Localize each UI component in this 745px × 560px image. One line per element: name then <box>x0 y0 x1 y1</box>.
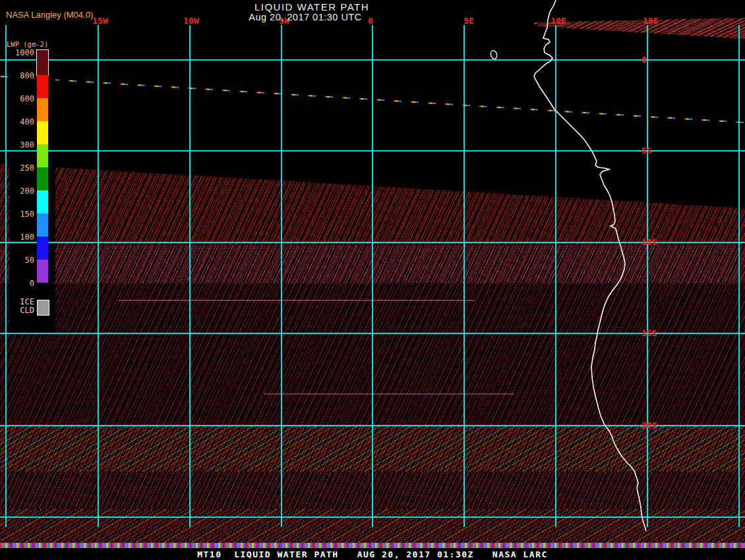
timestamp-subtitle: Aug 20, 2017 01:30 UTC <box>236 12 374 22</box>
lat-label: 10S <box>641 237 668 247</box>
legend-tick-label: 300 <box>5 140 34 150</box>
ice-cloud-label-line2: CLD <box>5 306 34 315</box>
legend-tick-label: 150 <box>5 210 34 219</box>
legend-color-segment <box>37 213 48 237</box>
legend-tick-label: 250 <box>5 163 34 173</box>
satellite-lwp-image: 15W10W5W05E10E15E 05S10S15S20S NASA Lang… <box>0 0 745 560</box>
source-label: NASA Langley (M04.0) <box>6 10 93 20</box>
legend-tick-label: 200 <box>5 186 34 196</box>
legend-tick-label: 100 <box>5 233 34 242</box>
legend-color-segment <box>37 190 48 213</box>
island-outline <box>490 49 498 59</box>
legend-tick-label: 400 <box>5 117 34 126</box>
lon-label: 15E <box>636 16 665 26</box>
africa-west-coastline <box>534 0 646 531</box>
legend-color-segment <box>37 237 48 260</box>
ice-cloud-swatch <box>37 300 49 316</box>
legend-tick-label: 0 <box>5 279 34 288</box>
legend-title: LWP (gm-2) <box>7 40 48 48</box>
caption-text: MT10 LIQUID WATER PATH AUG 20, 2017 01:3… <box>0 549 745 559</box>
legend-tick-label: 800 <box>5 71 34 80</box>
lon-label: 5E <box>454 16 483 26</box>
coastline <box>0 0 745 560</box>
lat-label: 15S <box>641 328 668 338</box>
lat-label: 0 <box>641 55 668 65</box>
legend-color-segment <box>37 260 48 283</box>
legend-color-segment <box>37 121 48 144</box>
lon-label: 10E <box>544 16 573 26</box>
legend-color-segment <box>37 98 48 121</box>
caption-bar: MT10 LIQUID WATER PATH AUG 20, 2017 01:3… <box>0 548 745 560</box>
lon-label: 10W <box>177 16 206 26</box>
legend-color-segment <box>37 75 48 98</box>
legend-tick-label: 50 <box>5 256 34 265</box>
legend-color-segment <box>37 50 48 75</box>
ice-cloud-label-line1: ICE <box>5 297 34 306</box>
legend-tick-label: 600 <box>5 94 34 103</box>
page-title: LIQUID WATER PATH <box>243 1 381 13</box>
legend-color-segment <box>37 167 48 190</box>
lat-label: 20S <box>641 420 668 430</box>
legend-color-segment <box>37 144 48 167</box>
lat-label: 5S <box>641 146 668 155</box>
legend-tick-label: 1000 <box>5 48 34 57</box>
